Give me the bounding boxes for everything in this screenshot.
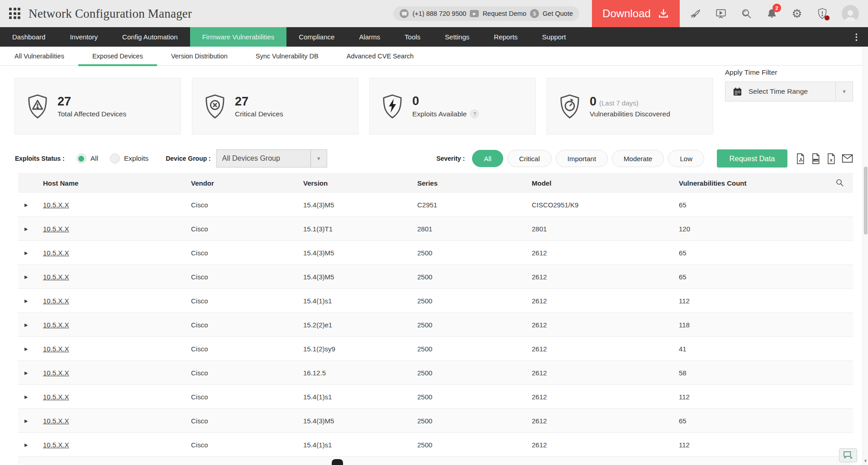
severity-pill-all[interactable]: All	[472, 150, 503, 167]
row-host-link[interactable]: 10.5.X.X	[43, 297, 69, 305]
row-expand-icon[interactable]	[18, 346, 38, 351]
row-host-link[interactable]: 10.5.X.X	[43, 249, 69, 257]
license-alert-icon[interactable]	[816, 8, 828, 19]
exploits-status-all-option[interactable]: All	[76, 153, 98, 163]
exploits-status-exploits-option[interactable]: Exploits	[110, 153, 148, 163]
nav-item-reports[interactable]: Reports	[482, 27, 530, 47]
row-host-link[interactable]: 10.5.X.X	[43, 273, 69, 281]
demo-video-icon: ▶	[470, 10, 479, 17]
card-critical-devices: 27 Critical Devices	[192, 78, 358, 134]
search-icon[interactable]	[740, 8, 752, 19]
row-version: 15.4(1)s1	[299, 297, 413, 305]
tab-version-distribution[interactable]: Version Distribution	[171, 47, 228, 66]
chat-widget-button[interactable]	[839, 448, 857, 462]
nav-item-settings[interactable]: Settings	[433, 27, 482, 47]
scrollbar-thumb[interactable]	[864, 167, 868, 235]
notifications-bell-icon[interactable]: 2	[766, 8, 777, 19]
row-host-link[interactable]: 10.5.X.X	[43, 441, 69, 449]
severity-pill-low[interactable]: Low	[668, 150, 704, 167]
nav-item-compliance[interactable]: Compliance	[286, 27, 347, 47]
severity-pill-critical[interactable]: Critical	[507, 150, 552, 167]
row-expand-icon[interactable]	[18, 322, 38, 327]
tab-advanced-cve-search[interactable]: Advanced CVE Search	[347, 47, 414, 66]
row-expand-icon[interactable]	[18, 442, 38, 447]
vertical-scrollbar[interactable]	[863, 47, 868, 465]
row-series: 2500	[413, 393, 527, 401]
row-vendor: Cisco	[186, 441, 299, 449]
row-expand-icon[interactable]	[18, 226, 38, 231]
severity-pill-important[interactable]: Important	[556, 150, 608, 167]
nav-item-firmware-vulnerabilities[interactable]: Firmware Vulnerabilities	[190, 27, 287, 47]
device-group-chevron-icon[interactable]	[310, 150, 327, 167]
row-vendor: Cisco	[186, 393, 299, 401]
row-expand-icon[interactable]	[18, 394, 38, 399]
svg-text:CSV: CSV	[814, 159, 818, 161]
download-button[interactable]: Download	[592, 0, 680, 27]
xls-export-icon[interactable]: X	[826, 153, 836, 164]
get-quote-link[interactable]: Get Quote	[543, 10, 573, 17]
row-model: 2612	[527, 297, 674, 305]
nav-item-alarms[interactable]: Alarms	[347, 27, 392, 47]
page-title: Network Configuration Manager	[29, 7, 192, 21]
download-icon	[658, 8, 669, 19]
main-nav: Dashboard Inventory Config Automation Fi…	[0, 27, 868, 47]
scrollbar-down-arrow-icon[interactable]	[863, 459, 868, 465]
apps-grid-icon[interactable]	[9, 8, 21, 19]
row-expand-icon[interactable]	[18, 274, 38, 279]
tab-all-vulnerabilities[interactable]: All Vulnerabilities	[14, 47, 64, 66]
row-host-link[interactable]: 10.5.X.X	[43, 225, 69, 233]
col-series: Series	[413, 179, 527, 187]
critical-devices-value: 27	[235, 95, 283, 109]
device-group-select[interactable]: All Devices Group	[216, 149, 327, 168]
time-range-dropdown[interactable]: Select Time Range	[725, 81, 853, 101]
nav-item-dashboard[interactable]: Dashboard	[0, 27, 57, 47]
row-count: 65	[674, 417, 853, 425]
exploits-help-icon[interactable]: ?	[470, 110, 479, 118]
user-avatar[interactable]	[842, 5, 859, 22]
row-host-link[interactable]: 10.5.X.X	[43, 369, 69, 377]
nav-item-support[interactable]: Support	[530, 27, 578, 47]
row-version: 15.4(1)s1	[299, 441, 413, 449]
nav-item-inventory[interactable]: Inventory	[57, 27, 110, 47]
phone-number[interactable]: (+1) 888 720 9500	[412, 10, 466, 17]
tab-exposed-devices[interactable]: Exposed Devices	[92, 47, 143, 66]
row-host-link[interactable]: 10.5.X.X	[43, 417, 69, 425]
radio-all-icon[interactable]	[76, 153, 86, 163]
row-expand-icon[interactable]	[18, 202, 38, 207]
row-host-link[interactable]: 10.5.X.X	[43, 345, 69, 353]
getting-started-rocket-icon[interactable]	[690, 8, 701, 19]
row-expand-icon[interactable]	[18, 298, 38, 303]
row-expand-icon[interactable]	[18, 370, 38, 375]
row-series: 2500	[413, 297, 527, 305]
time-range-chevron-icon[interactable]	[835, 82, 853, 101]
row-host-link[interactable]: 10.5.X.X	[43, 201, 69, 209]
severity-pill-moderate[interactable]: Moderate	[612, 150, 664, 167]
row-host-link[interactable]: 10.5.X.X	[43, 393, 69, 401]
settings-gear-icon[interactable]: ⚙	[791, 8, 803, 19]
row-vendor: Cisco	[186, 321, 299, 329]
request-demo-link[interactable]: Request Demo	[482, 10, 526, 17]
row-model: 2612	[527, 369, 674, 377]
email-export-icon[interactable]	[842, 154, 853, 163]
row-model: CISCO2951/K9	[527, 201, 674, 209]
csv-export-icon[interactable]: CSV	[811, 153, 820, 164]
calendar-icon	[733, 87, 742, 96]
pdf-export-icon[interactable]	[796, 153, 805, 164]
nav-overflow-menu-icon[interactable]	[849, 27, 863, 47]
row-count: 65	[674, 201, 853, 209]
row-series: 2801	[413, 225, 527, 233]
radio-exploits-icon[interactable]	[110, 153, 120, 163]
nav-item-tools[interactable]: Tools	[392, 27, 433, 47]
request-data-button[interactable]: Request Data	[717, 149, 787, 168]
nav-item-config-automation[interactable]: Config Automation	[110, 27, 190, 47]
tab-sync-vulnerability-db[interactable]: Sync Vulnerability DB	[256, 47, 319, 66]
card-exploits-available: 0 Exploits Available ?	[369, 78, 536, 134]
row-model: 2612	[527, 345, 674, 353]
demo-presentation-icon[interactable]	[715, 8, 727, 19]
table-search-icon[interactable]	[835, 178, 844, 187]
row-count: 112	[674, 441, 853, 449]
svg-text:X: X	[830, 158, 833, 162]
row-host-link[interactable]: 10.5.X.X	[43, 321, 69, 329]
row-expand-icon[interactable]	[18, 250, 38, 255]
row-expand-icon[interactable]	[18, 418, 38, 423]
